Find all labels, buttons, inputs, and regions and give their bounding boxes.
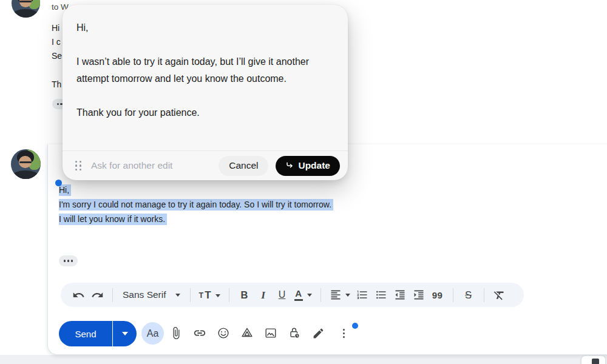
redo-button[interactable]	[89, 286, 105, 304]
attach-file-button[interactable]	[169, 326, 183, 340]
drag-handle-icon[interactable]	[75, 161, 81, 171]
lock-clock-icon	[288, 326, 301, 340]
send-button-group: Send	[59, 321, 137, 346]
selection-handle[interactable]	[55, 180, 62, 186]
quoted-line-3: Se	[52, 50, 62, 62]
more-vert-icon	[343, 329, 345, 338]
paperclip-icon	[169, 326, 183, 340]
undo-button[interactable]	[70, 286, 86, 304]
font-family-label: Sans Serif	[123, 289, 166, 300]
sender-avatar[interactable]	[12, 0, 40, 18]
selected-text-line: I will let you know if it works.	[59, 212, 333, 226]
bulleted-list-icon	[375, 289, 387, 301]
show-trimmed-content-button[interactable]	[59, 255, 78, 266]
chevron-down-icon	[215, 294, 220, 297]
page-background-strip	[0, 355, 607, 364]
reply-author-avatar[interactable]	[11, 149, 41, 179]
redo-icon	[91, 289, 104, 302]
toolbar-divider	[112, 288, 113, 302]
more-options-button[interactable]	[334, 326, 349, 340]
align-button[interactable]	[328, 289, 351, 301]
font-size-select[interactable]: T T	[198, 289, 222, 301]
insert-from-drive-button[interactable]	[240, 326, 254, 340]
text-color-icon: A	[294, 289, 303, 302]
suggested-closing: Thank you for your patience.	[76, 104, 323, 121]
quoted-line-1: Hi	[52, 22, 59, 34]
remove-formatting-icon	[493, 289, 506, 302]
formatting-toolbar: Sans Serif T T B I U A	[61, 283, 524, 307]
bottom-right-widget-icon	[592, 359, 599, 364]
popup-input-row: Cancel Update	[63, 150, 348, 180]
confidential-mode-button[interactable]	[287, 326, 302, 340]
floating-widget[interactable]	[581, 356, 606, 364]
quoted-line-2: I c	[52, 36, 61, 48]
size-large-label: T	[205, 289, 211, 301]
toolbar-divider	[229, 288, 229, 302]
image-icon	[264, 326, 277, 340]
insert-link-button[interactable]	[192, 326, 207, 340]
numbered-list-icon	[356, 289, 368, 301]
selected-text-line: Hi,	[59, 183, 333, 197]
chevron-down-icon	[175, 294, 180, 297]
update-label: Update	[298, 160, 330, 171]
bold-button[interactable]: B	[237, 286, 253, 304]
avatar-photo-shirt	[13, 9, 38, 18]
toolbar-divider	[484, 288, 484, 302]
font-family-select[interactable]: Sans Serif	[120, 286, 183, 304]
toolbar-divider	[320, 288, 321, 302]
enter-arrow-icon	[285, 161, 294, 170]
suggested-text: Hi, I wasn’t able to try it again today,…	[63, 5, 348, 121]
insert-signature-button[interactable]	[311, 326, 325, 340]
indent-more-button[interactable]	[411, 286, 427, 304]
numbered-list-button[interactable]	[354, 286, 370, 304]
insert-emoji-button[interactable]	[216, 326, 231, 340]
update-button[interactable]: Update	[276, 156, 340, 176]
chevron-down-icon	[345, 294, 350, 297]
avatar-photo-shirt	[13, 170, 38, 179]
reply-body-selected-text[interactable]: Hi, I'm sorry I could not manage to try …	[59, 183, 333, 226]
indent-less-icon	[394, 289, 406, 301]
avatar-photo-glasses	[19, 161, 32, 163]
selected-text-line: I'm sorry I could not manage to try it a…	[59, 197, 333, 212]
avatar-photo-glasses	[19, 1, 32, 2]
size-small-label: T	[199, 291, 204, 301]
italic-button[interactable]: I	[256, 286, 271, 304]
gmail-compose-page: to W Hi I c Se Th Hi, I'm sorry I could …	[0, 0, 607, 364]
text-color-button[interactable]: A	[293, 289, 313, 302]
cancel-button[interactable]: Cancel	[219, 156, 268, 176]
refine-prompt-input[interactable]	[91, 160, 219, 171]
toolbar-divider	[190, 288, 191, 302]
remove-formatting-button[interactable]	[492, 286, 507, 304]
chevron-down-icon	[307, 294, 312, 297]
notification-dot	[352, 323, 358, 329]
compose-actions-row	[169, 326, 349, 340]
quote-button[interactable]: 99	[430, 286, 446, 304]
indent-less-button[interactable]	[392, 286, 408, 304]
bulleted-list-button[interactable]	[373, 286, 389, 304]
ai-edit-popup: Hi, I wasn’t able to try it again today,…	[63, 5, 348, 180]
emoji-icon	[217, 326, 230, 340]
indent-more-icon	[413, 289, 425, 301]
insert-photo-button[interactable]	[263, 326, 278, 340]
underline-button[interactable]: U	[274, 286, 290, 304]
undo-icon	[72, 289, 85, 302]
drive-icon	[240, 326, 254, 340]
quoted-line-4: Th	[52, 78, 61, 90]
strikethrough-button[interactable]: S	[461, 286, 476, 304]
send-options-button[interactable]	[113, 321, 137, 346]
suggested-body: I wasn’t able to try it again today, but…	[76, 53, 323, 87]
send-button[interactable]: Send	[59, 321, 112, 346]
pen-icon	[312, 327, 325, 340]
link-icon	[193, 326, 206, 340]
toolbar-divider	[453, 288, 453, 302]
align-left-icon	[330, 289, 342, 301]
help-me-write-button[interactable]: Aa	[141, 322, 164, 345]
suggested-greeting: Hi,	[76, 19, 323, 36]
chevron-down-icon	[122, 332, 128, 335]
